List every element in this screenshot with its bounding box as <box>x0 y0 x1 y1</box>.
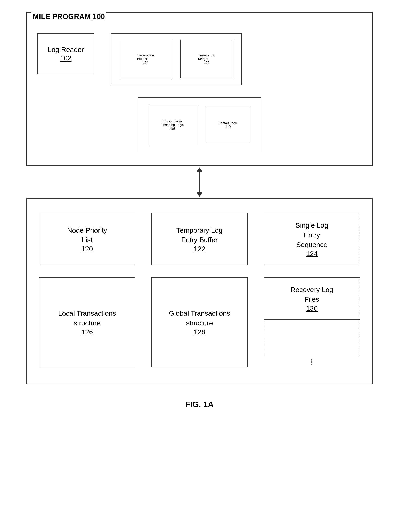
log-reader-number: 102 <box>60 54 72 62</box>
transaction-outer-box: TransactionBuilder 104 TransactionMerger… <box>111 33 242 85</box>
transaction-merger-number: 106 <box>204 61 210 64</box>
temp-log-buffer-number: 122 <box>194 245 206 253</box>
data-grid: Node PriorityList 120 Temporary LogEntry… <box>39 213 360 367</box>
local-transactions-number: 126 <box>81 328 93 336</box>
node-priority-list-label: Node PriorityList <box>67 225 107 245</box>
staging-table-number: 108 <box>170 127 176 131</box>
recovery-log-number: 130 <box>306 304 318 312</box>
arrow-head-down <box>197 192 202 197</box>
figure-caption: FIG. 1A <box>185 400 214 409</box>
recovery-log-bottom-mark: ┊ <box>264 356 360 367</box>
transaction-merger-box: TransactionMerger 106 <box>180 40 233 78</box>
single-log-entry-box: Single LogEntrySequence 124 <box>264 213 360 265</box>
restart-logic-number: 110 <box>225 125 231 129</box>
mile-program-number: 100 <box>93 13 105 21</box>
temp-log-buffer-box: Temporary LogEntry Buffer 122 <box>151 213 248 265</box>
restart-logic-box: Restart Logic 110 <box>206 107 250 143</box>
arrow-connector <box>197 166 202 198</box>
transaction-builder-box: TransactionBuilder 104 <box>119 40 172 78</box>
global-transactions-number: 128 <box>194 328 206 336</box>
global-transactions-label: Global Transactionsstructure <box>169 309 230 328</box>
single-log-entry-label: Single LogEntrySequence <box>296 221 328 250</box>
diagram-container: MILE PROGRAM 100 Log Reader 102 Transact… <box>26 12 373 409</box>
log-reader-box: Log Reader 102 <box>37 33 94 74</box>
node-priority-list-number: 120 <box>81 245 93 253</box>
node-priority-list-box: Node PriorityList 120 <box>39 213 135 265</box>
local-transactions-box: Local Transactionsstructure 126 <box>39 277 135 367</box>
mile-program-label: MILE PROGRAM 100 <box>31 13 106 21</box>
local-transactions-label: Local Transactionsstructure <box>58 309 116 328</box>
recovery-log-column: Recovery LogFiles 130 ┊ <box>264 277 360 367</box>
single-log-entry-number: 124 <box>306 250 318 258</box>
transaction-merger-label: TransactionMerger <box>198 54 215 61</box>
staging-restart-box: Staging TableInserting Logic 108 Restart… <box>138 97 261 153</box>
top-row: Log Reader 102 TransactionBuilder 104 Tr… <box>37 33 362 85</box>
bottom-inner-row: Staging TableInserting Logic 108 Restart… <box>37 97 362 153</box>
transaction-builder-number: 104 <box>143 61 148 64</box>
arrow-head-up <box>197 167 202 172</box>
transaction-builder-label: TransactionBuilder <box>137 54 154 61</box>
global-transactions-box: Global Transactionsstructure 128 <box>151 277 248 367</box>
arrow-line <box>199 172 200 192</box>
data-structures-box: Node PriorityList 120 Temporary LogEntry… <box>26 198 373 384</box>
recovery-log-box: Recovery LogFiles 130 <box>264 277 360 320</box>
temp-log-buffer-label: Temporary LogEntry Buffer <box>176 225 223 245</box>
recovery-log-dashed-extension <box>264 320 360 356</box>
mile-program-box: MILE PROGRAM 100 Log Reader 102 Transact… <box>26 12 373 166</box>
restart-logic-label: Restart Logic <box>218 121 237 125</box>
staging-table-label: Staging TableInserting Logic <box>162 120 184 127</box>
recovery-log-label: Recovery LogFiles <box>291 285 333 304</box>
log-reader-label: Log Reader <box>48 45 84 54</box>
staging-table-box: Staging TableInserting Logic 108 <box>149 105 198 146</box>
